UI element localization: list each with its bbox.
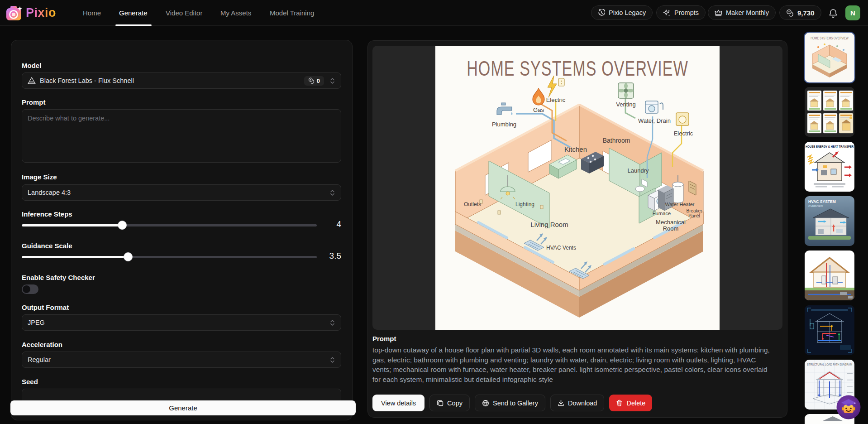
send-to-gallery-button[interactable]: Send to Gallery (475, 395, 545, 411)
guidance-scale-slider[interactable] (22, 252, 317, 261)
output-format-label: Output Format (22, 304, 69, 311)
pixio-logo-icon[interactable] (6, 5, 23, 21)
history-icon (598, 9, 605, 16)
label-furnace: Furnace (653, 211, 671, 216)
download-button[interactable]: Download (550, 395, 605, 411)
send-to-gallery-label: Send to Gallery (493, 400, 538, 407)
maker-monthly-button[interactable]: Maker Monthly (708, 5, 776, 20)
thumbnail-title: HVAC SYSTEM (808, 199, 836, 204)
trash-icon (616, 400, 623, 406)
active-tab-underline (115, 24, 152, 26)
credits-pill[interactable]: 9,730 (779, 5, 821, 20)
prompts-label: Prompts (674, 9, 699, 16)
coins-icon (308, 77, 315, 84)
prompt-input[interactable] (22, 109, 341, 163)
model-label: Model (22, 62, 41, 69)
generate-button[interactable]: Generate (10, 400, 356, 415)
thumbnail-title: HOME SYSTEMS OVERVIEW (811, 36, 849, 40)
label-breaker-2: Panel (688, 213, 700, 218)
coins-icon (786, 9, 794, 17)
nav-link-generate[interactable]: Generate (119, 0, 148, 26)
download-icon (558, 400, 564, 406)
sparkles-icon (663, 9, 671, 17)
label-electric-top: Electric (546, 96, 566, 103)
pixio-legacy-label: Pixio Legacy (609, 9, 646, 16)
view-details-button[interactable]: View details (372, 395, 424, 411)
download-label: Download (568, 400, 597, 407)
inference-steps-thumb[interactable] (118, 221, 127, 230)
bell-icon[interactable] (829, 9, 838, 18)
thumbnail-hvac-system-overview[interactable]: HVAC SYSTEM OVERVIEW (805, 196, 854, 246)
delete-label: Delete (626, 400, 645, 407)
nav-link-model-training[interactable]: Model Training (270, 0, 314, 26)
image-title: HOME SYSTEMS OVERVIEW (467, 57, 688, 80)
nav-link-video-editor[interactable]: Video Editor (166, 0, 202, 26)
label-kitchen: Kitchen (564, 145, 587, 153)
output-format-value: JPEG (28, 319, 45, 326)
slider-track[interactable] (22, 224, 317, 226)
prompt-label: Prompt (22, 98, 46, 106)
avatar[interactable]: N (845, 5, 860, 20)
acceleration-select[interactable]: Regular (22, 352, 341, 368)
navbar: Pixio Home Generate Video Editor My Asse… (0, 0, 868, 26)
label-electric-right: Electric (674, 130, 693, 137)
thumbnail-subtitle: OVERVIEW (808, 205, 823, 207)
model-value: Black Forest Labs - Flux Schnell (40, 77, 134, 84)
thumbnail-house-energy-heat-transfer[interactable]: HOUSE ENERGY & HEAT TRANSFER (805, 142, 854, 192)
assistant-mascot-button[interactable] (836, 395, 861, 419)
model-cost-badge: 0 (304, 76, 324, 86)
model-select[interactable]: Black Forest Labs - Flux Schnell 0 (22, 72, 341, 89)
label-gas: Gas (533, 106, 544, 113)
inference-steps-slider[interactable] (22, 221, 317, 230)
image-size-select[interactable]: Landscape 4:3 (22, 184, 341, 201)
model-provider-icon (28, 77, 36, 84)
label-mechanical-2: Room (663, 225, 679, 232)
globe-icon (482, 400, 489, 407)
thumbnail-home-systems-overview[interactable]: HOME SYSTEMS OVERVIEW (805, 33, 854, 82)
label-lighting: Lighting (515, 201, 534, 207)
safety-checker-toggle[interactable] (22, 284, 38, 294)
result-prompt-text: top-down cutaway of a house floor plan w… (372, 345, 774, 384)
inference-steps-value: 4 (317, 219, 341, 229)
slider-track[interactable] (22, 256, 317, 258)
venting-fan-icon (618, 83, 634, 98)
thumbnail-plumbing-cross-section[interactable] (805, 251, 854, 300)
label-living-room: Living Room (530, 221, 568, 228)
thumbnail-title: HOUSE ENERGY & HEAT TRANSFER (806, 145, 854, 148)
output-format-select[interactable]: JPEG (22, 314, 341, 331)
thumbnail-electrical-wireframe[interactable] (805, 305, 854, 355)
acceleration-label: Acceleration (22, 341, 62, 348)
nav-link-home[interactable]: Home (83, 0, 101, 26)
brand-name[interactable]: Pixio (26, 6, 56, 20)
image-size-label: Image Size (22, 173, 57, 181)
label-bathroom: Bathroom (603, 137, 630, 144)
label-water-drain: Water, Drain (638, 117, 671, 124)
guidance-scale-label: Guidance Scale (22, 242, 72, 250)
crown-icon (715, 9, 722, 16)
delete-button[interactable]: Delete (609, 395, 652, 411)
copy-button[interactable]: Copy (429, 395, 470, 411)
label-plumbing: Plumbing (492, 121, 516, 128)
dryer-icon (676, 113, 689, 125)
generated-image-container: HOME SYSTEMS OVERVIEW (372, 46, 782, 330)
label-laundry: Laundry (628, 167, 649, 174)
result-prompt-label: Prompt (372, 335, 396, 342)
generated-image[interactable]: HOME SYSTEMS OVERVIEW (435, 46, 720, 330)
result-actions: View details Copy Send to Gallery Downlo… (372, 395, 652, 411)
pixio-legacy-button[interactable]: Pixio Legacy (591, 5, 653, 20)
maker-monthly-label: Maker Monthly (726, 9, 769, 16)
label-venting: Venting (616, 101, 635, 108)
label-mechanical-1: Mechanical (656, 219, 686, 226)
label-water-heater: Water Heater (665, 202, 694, 207)
model-cost: 0 (317, 77, 320, 84)
copy-label: Copy (447, 400, 463, 407)
thumbnail-six-panel-guide[interactable] (805, 87, 854, 137)
chevrons-up-down-icon (329, 357, 335, 363)
nav-link-my-assets[interactable]: My Assets (220, 0, 251, 26)
label-breaker-1: Breaker (686, 208, 702, 213)
prompts-button[interactable]: Prompts (656, 5, 706, 20)
thumbnail-title: STRUCTURAL LOAD PATH DIAGRAM (807, 362, 852, 366)
toggle-knob (23, 285, 30, 293)
label-hvac-vents: HVAC Vents (546, 245, 576, 251)
guidance-scale-thumb[interactable] (124, 252, 133, 261)
